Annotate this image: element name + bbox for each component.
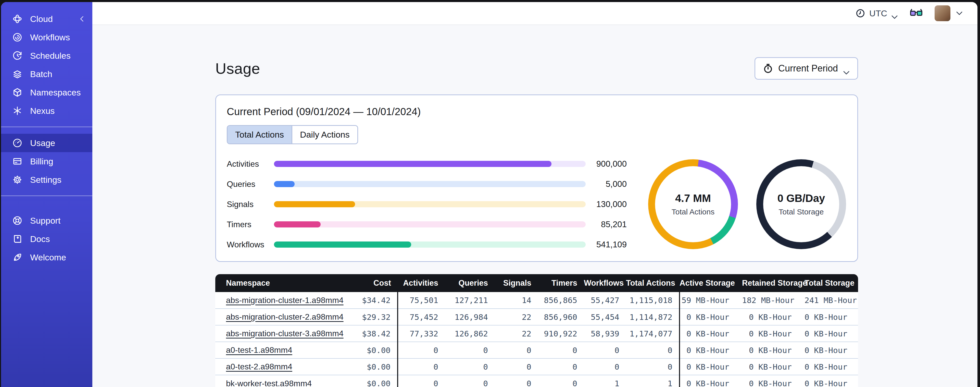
namespace-link[interactable]: a0-test-1.a98mm4: [226, 345, 292, 355]
bar-value: 900,000: [585, 159, 627, 169]
table-row: abs-migration-cluster-2.a98mm4$29.3275,4…: [215, 309, 858, 325]
sidebar-item-workflows[interactable]: Workflows: [1, 28, 92, 46]
timezone-selector[interactable]: UTC: [856, 8, 898, 18]
actions-view-tabs: Total Actions Daily Actions: [227, 125, 358, 144]
sidebar-item-label: Support: [30, 216, 60, 225]
table-cell: 0 KB-Hour: [679, 325, 742, 342]
bar-label: Signals: [227, 200, 274, 209]
table-cell: 1: [626, 375, 679, 387]
sidebar-item-nexus[interactable]: Nexus: [1, 102, 92, 120]
table-cell: $34.42: [354, 292, 398, 309]
bar-track: [274, 221, 585, 227]
table-cell-namespace: abs-migration-cluster-2.a98mm4: [215, 309, 354, 325]
glasses-icon[interactable]: [910, 8, 923, 18]
total-actions-donut: 4.7 MM Total Actions: [648, 159, 738, 249]
sidebar-brand-cloud[interactable]: Cloud: [1, 10, 92, 28]
sidebar-item-label: Batch: [30, 69, 52, 79]
namespace-link[interactable]: abs-migration-cluster-2.a98mm4: [226, 312, 344, 321]
settings-gear-icon: [12, 174, 22, 185]
bar-label: Timers: [227, 220, 274, 229]
table-cell: 0: [626, 358, 679, 375]
app-window: Cloud Workflows Schedules Batch: [1, 2, 977, 387]
table-cell: 0 KB-Hour: [742, 325, 805, 342]
table-cell: 0: [584, 342, 626, 358]
namespace-link[interactable]: abs-migration-cluster-3.a98mm4: [226, 329, 344, 338]
table-cell: 856,865: [538, 292, 584, 309]
namespace-link[interactable]: a0-test-2.a98mm4: [226, 362, 292, 371]
donut-charts: 4.7 MM Total Actions 0 GB/Day Total Stor…: [648, 159, 846, 249]
sidebar-item-namespaces[interactable]: Namespaces: [1, 83, 92, 102]
topbar: UTC: [92, 2, 977, 25]
sidebar-item-batch[interactable]: Batch: [1, 65, 92, 83]
table-row: bk-worker-test.a98mm4$0.000000110 KB-Hou…: [215, 375, 858, 387]
tab-daily-actions[interactable]: Daily Actions: [291, 126, 357, 144]
bar-row: Timers85,201: [227, 219, 627, 229]
table-cell: 0: [495, 342, 538, 358]
table-cell: 0 KB-Hour: [679, 375, 742, 387]
sidebar-item-usage[interactable]: Usage: [1, 134, 92, 152]
bar-label: Activities: [227, 159, 274, 169]
period-select-button[interactable]: Current Period: [754, 57, 858, 80]
table-cell: 127,211: [445, 292, 495, 309]
table-cell: 0 KB-Hour: [742, 342, 805, 358]
table-cell: 241 MB-Hour: [805, 292, 858, 309]
sidebar-item-welcome[interactable]: Welcome: [1, 248, 92, 267]
sidebar-item-settings[interactable]: Settings: [1, 171, 92, 189]
bar-value: 85,201: [585, 219, 627, 229]
sidebar-item-schedules[interactable]: Schedules: [1, 46, 92, 65]
table-cell: 55,454: [584, 309, 626, 325]
table-cell: 55,427: [584, 292, 626, 309]
table-cell: 0 KB-Hour: [805, 342, 858, 358]
clock-icon: [856, 8, 865, 18]
chevron-left-icon[interactable]: [79, 15, 86, 22]
bar-row: Signals130,000: [227, 199, 627, 209]
user-menu[interactable]: [935, 5, 963, 21]
bar-track: [274, 201, 585, 207]
card-title: Current Period (09/01/2024 — 10/01/2024): [227, 106, 846, 117]
table-cell: $0.00: [354, 342, 398, 358]
table-cell: 0 KB-Hour: [742, 375, 805, 387]
table-row: abs-migration-cluster-1.a98mm4$34.4275,5…: [215, 292, 858, 309]
table-cell: 0: [495, 358, 538, 375]
sidebar-item-label: Settings: [30, 175, 62, 185]
donut-label: Total Storage: [779, 208, 824, 216]
workflows-icon: [12, 32, 22, 42]
bar-fill: [274, 181, 294, 187]
table-cell: 126,862: [445, 325, 495, 342]
namespace-link[interactable]: bk-worker-test.a98mm4: [226, 379, 312, 387]
sidebar-item-support[interactable]: Support: [1, 211, 92, 230]
sidebar-item-billing[interactable]: Billing: [1, 152, 92, 171]
sidebar-divider: [1, 195, 92, 196]
table-cell: 182 MB-Hour: [742, 292, 805, 309]
sidebar-item-docs[interactable]: Docs: [1, 230, 92, 248]
table-cell: 77,332: [398, 325, 445, 342]
column-header: Namespace: [215, 274, 354, 292]
bar-track: [274, 181, 585, 187]
bar-label: Workflows: [227, 240, 274, 249]
table-cell: 0: [398, 375, 445, 387]
donut-label: Total Actions: [671, 208, 714, 216]
chevron-down-icon[interactable]: [956, 11, 963, 15]
page-title: Usage: [215, 60, 260, 77]
namespace-usage-table: NamespaceCostActivitiesQueriesSignalsTim…: [215, 274, 858, 387]
tab-total-actions[interactable]: Total Actions: [228, 126, 291, 144]
batch-icon: [12, 69, 22, 79]
table-cell: 856,960: [538, 309, 584, 325]
column-header: Activities: [398, 274, 445, 292]
sidebar-brand-label: Cloud: [30, 14, 53, 24]
user-avatar[interactable]: [935, 5, 950, 21]
table-cell-namespace: a0-test-1.a98mm4: [215, 342, 354, 358]
bar-row: Queries5,000: [227, 179, 627, 189]
table-cell: 0: [538, 375, 584, 387]
table-cell: 0: [398, 358, 445, 375]
chevron-down-icon: [891, 11, 898, 15]
total-storage-donut: 0 GB/Day Total Storage: [756, 159, 846, 249]
table-cell: 0: [584, 358, 626, 375]
table-cell: 22: [495, 325, 538, 342]
namespace-link[interactable]: abs-migration-cluster-1.a98mm4: [226, 296, 344, 305]
bar-row: Activities900,000: [227, 159, 627, 169]
table-cell-namespace: abs-migration-cluster-1.a98mm4: [215, 292, 354, 309]
table-cell: 75,501: [398, 292, 445, 309]
current-period-card: Current Period (09/01/2024 — 10/01/2024)…: [215, 94, 858, 262]
sidebar-item-label: Welcome: [30, 253, 66, 262]
